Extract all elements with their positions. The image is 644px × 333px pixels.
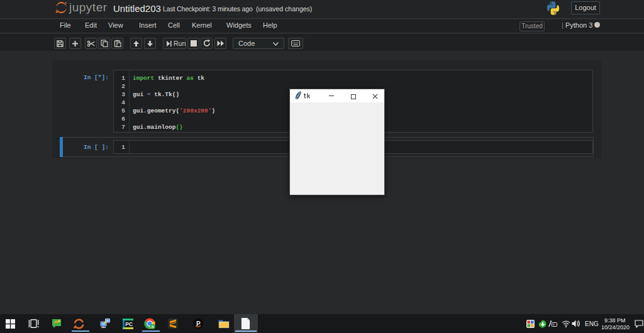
svg-text:x: x bbox=[553, 322, 555, 326]
svg-text:PC: PC bbox=[125, 321, 133, 327]
svg-text:a: a bbox=[152, 324, 154, 329]
